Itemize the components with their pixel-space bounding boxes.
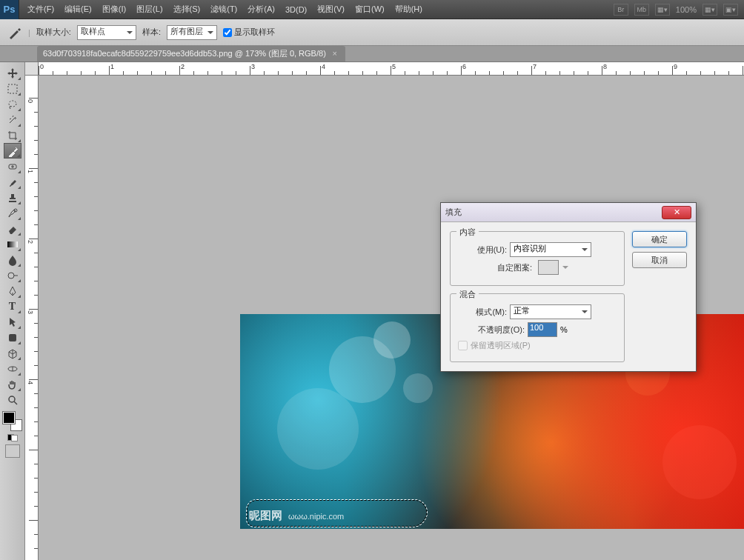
ruler-horizontal[interactable]: 012345678910: [39, 62, 744, 76]
dialog-close-button[interactable]: ✕: [662, 206, 691, 219]
quick-mask-icon[interactable]: [5, 444, 20, 458]
menu-image[interactable]: 图像(I): [97, 4, 131, 15]
options-bar: | 取样大小: 取样点 样本: 所有图层 显示取样环: [0, 19, 744, 46]
menubar-right: Br Mb ▦▾ 100% ▦▾ ▣▾: [614, 4, 744, 16]
stamp-tool[interactable]: [4, 190, 21, 205]
sample-layers-select[interactable]: 所有图层: [167, 25, 217, 40]
pattern-label: 自定图案:: [458, 262, 532, 273]
menu-select[interactable]: 选择(S): [168, 4, 206, 15]
preserve-transparency-checkbox: [458, 341, 468, 350]
eyedropper-tool[interactable]: [4, 143, 21, 159]
show-ring-label: 显示取样环: [234, 27, 275, 38]
menu-analysis[interactable]: 分析(A): [242, 4, 280, 15]
show-ring-input[interactable]: [223, 28, 232, 37]
menu-3d[interactable]: 3D(D): [280, 5, 312, 14]
blend-legend: 混合: [456, 289, 479, 300]
use-label: 使用(U):: [458, 244, 507, 256]
blend-fieldset: 混合 模式(M): 正常 不透明度(O): 100 % 保留透明区域(P): [450, 293, 625, 362]
move-tool[interactable]: [4, 65, 21, 81]
sample-size-select[interactable]: 取样点: [77, 25, 136, 40]
cancel-button[interactable]: 取消: [632, 252, 687, 268]
blur-tool[interactable]: [4, 252, 21, 267]
wand-tool[interactable]: [4, 112, 21, 127]
screen-mode-icon[interactable]: ▣▾: [723, 4, 738, 16]
hand-tool[interactable]: [4, 376, 21, 392]
opacity-label: 不透明度(O):: [458, 324, 525, 336]
svg-rect-4: [7, 241, 18, 247]
ruler-vertical[interactable]: 01234: [25, 76, 39, 560]
type-tool[interactable]: T: [4, 299, 21, 314]
current-tool-icon[interactable]: [7, 25, 22, 40]
menu-window[interactable]: 窗口(W): [350, 4, 390, 15]
show-ring-checkbox[interactable]: 显示取样环: [223, 27, 275, 38]
dodge-tool[interactable]: [4, 267, 21, 283]
dialog-titlebar[interactable]: 填充 ✕: [441, 203, 696, 222]
ok-button[interactable]: 确定: [632, 231, 687, 247]
history-brush-tool[interactable]: [4, 205, 21, 221]
pattern-swatch: [538, 260, 559, 275]
pen-tool[interactable]: [4, 283, 21, 299]
launch-mb-icon[interactable]: Mb: [634, 4, 649, 16]
crop-tool[interactable]: [4, 127, 21, 143]
color-swatches[interactable]: [3, 412, 22, 431]
dialog-title: 填充: [445, 207, 662, 218]
document-title: 63d0f703918fa0ecafc8d559229759ee3d6ddb53…: [43, 48, 326, 59]
toolbox: T: [0, 62, 25, 560]
opacity-unit: %: [560, 325, 568, 334]
view-extras-icon[interactable]: ▦▾: [655, 4, 670, 16]
mode-select[interactable]: 正常: [510, 304, 591, 319]
menu-view[interactable]: 视图(V): [312, 4, 350, 15]
fill-dialog: 填充 ✕ 内容 使用(U): 内容识别 自定图案: 混合 模式(M): 正常: [440, 202, 697, 372]
gradient-tool[interactable]: [4, 236, 21, 252]
lasso-tool[interactable]: [4, 96, 21, 112]
menu-edit[interactable]: 编辑(E): [59, 4, 97, 15]
selection-marquee: [246, 499, 428, 527]
opacity-input[interactable]: 100: [528, 322, 557, 337]
eraser-tool[interactable]: [4, 221, 21, 236]
heal-tool[interactable]: [4, 159, 21, 174]
content-fieldset: 内容 使用(U): 内容识别 自定图案:: [450, 231, 625, 286]
default-colors-icon[interactable]: [7, 434, 18, 441]
sample-size-label: 取样大小:: [36, 27, 71, 38]
shape-tool[interactable]: [4, 330, 21, 345]
ruler-origin[interactable]: [25, 62, 39, 76]
launch-bridge-icon[interactable]: Br: [614, 4, 628, 16]
svg-rect-0: [8, 84, 17, 93]
content-legend: 内容: [456, 227, 479, 238]
close-tab-icon[interactable]: ×: [331, 50, 339, 59]
sample-label: 样本:: [142, 27, 161, 38]
document-tab-bar: 63d0f703918fa0ecafc8d559229759ee3d6ddb53…: [0, 46, 744, 62]
3d-tool[interactable]: [4, 345, 21, 361]
zoom-level[interactable]: 100%: [676, 5, 697, 14]
dialog-body: 内容 使用(U): 内容识别 自定图案: 混合 模式(M): 正常 不透明度(O…: [441, 222, 696, 371]
arrange-docs-icon[interactable]: ▦▾: [703, 4, 717, 16]
menu-layer[interactable]: 图层(L): [131, 4, 167, 15]
menu-file[interactable]: 文件(F): [22, 4, 59, 15]
svg-point-5: [8, 273, 14, 279]
document-tab[interactable]: 63d0f703918fa0ecafc8d559229759ee3d6ddb53…: [37, 46, 345, 61]
menu-filter[interactable]: 滤镜(T): [205, 4, 242, 15]
foreground-color[interactable]: [3, 412, 15, 424]
svg-point-8: [9, 396, 15, 402]
preserve-transparency-label: 保留透明区域(P): [471, 340, 531, 351]
marquee-tool[interactable]: [4, 81, 21, 96]
3d-camera-tool[interactable]: [4, 361, 21, 376]
menu-bar: Ps 文件(F) 编辑(E) 图像(I) 图层(L) 选择(S) 滤镜(T) 分…: [0, 0, 744, 19]
mode-label: 模式(M):: [458, 307, 507, 318]
path-select-tool[interactable]: [4, 314, 21, 330]
zoom-tool[interactable]: [4, 392, 21, 407]
use-select[interactable]: 内容识别: [510, 242, 591, 257]
brush-tool[interactable]: [4, 174, 21, 190]
svg-rect-6: [9, 334, 16, 341]
menu-help[interactable]: 帮助(H): [390, 4, 428, 15]
app-logo: Ps: [0, 0, 19, 19]
